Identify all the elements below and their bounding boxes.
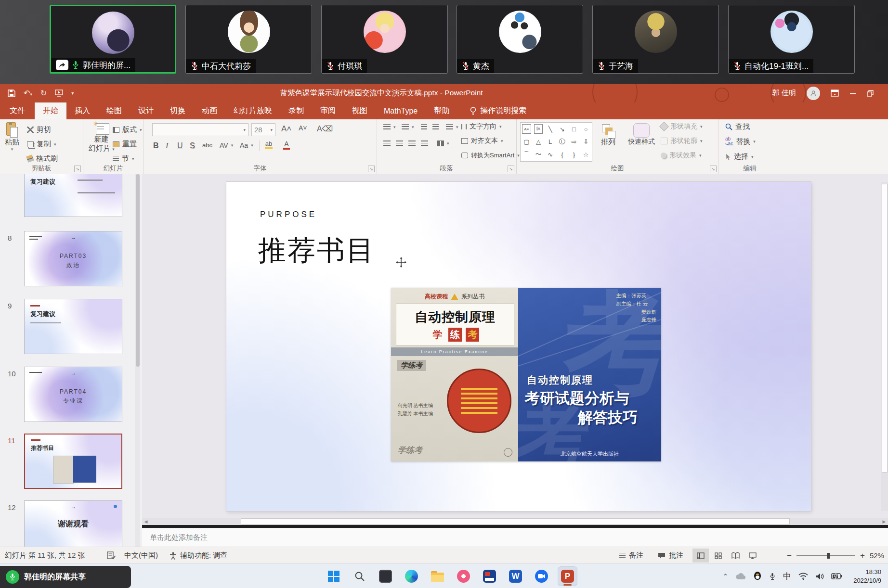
shape-brace-l-icon[interactable]: { [556,148,568,161]
participant-tile[interactable]: 付琪琪 [321,5,448,74]
bold-button[interactable]: B [153,141,159,150]
tab-design[interactable]: 设计 [130,102,162,119]
participant-tile[interactable]: 中石大代莉莎 [185,5,312,74]
volume-icon[interactable] [815,573,824,580]
text-shadow-button[interactable]: S [190,141,195,150]
restore-button[interactable] [867,90,874,97]
shape-curve-icon[interactable]: 〜 [533,148,545,161]
scroll-right-icon[interactable]: ▶ [880,518,888,525]
change-case-button[interactable]: Aa▾ [240,141,253,149]
reset-button[interactable]: 重置 [113,140,137,149]
tray-mic-icon[interactable] [769,572,776,581]
battery-icon[interactable] [831,573,842,579]
slide-thumbnail-8[interactable]: → PART03 政治 [24,231,122,286]
drawing-dialog-launcher[interactable]: ↘ [710,166,717,172]
taskbar-app-pink[interactable] [454,566,473,586]
zoom-slider-thumb[interactable] [827,553,830,559]
slide-thumbnail-7[interactable]: 复习建议 [24,174,122,217]
strikethrough-button[interactable]: abc [202,141,212,149]
tab-view[interactable]: 视图 [344,102,376,119]
taskbar-search-button[interactable] [350,566,369,586]
wifi-icon[interactable] [798,573,808,580]
shape-rounded-rect-icon[interactable]: ▢ [521,136,533,148]
tab-insert[interactable]: 插入 [66,102,98,119]
copy-button[interactable]: 复制▾ [27,140,56,149]
font-name-combo[interactable]: ▾ [152,123,248,136]
tab-slideshow[interactable]: 幻灯片放映 [225,102,280,119]
clear-formatting-button[interactable]: A⌫ [317,124,333,133]
shape-elbow-arrow-icon[interactable]: Ⓛ [556,136,568,148]
align-text-button[interactable]: 对齐文本▾ [461,137,503,145]
shape-elbow-icon[interactable]: L [544,136,556,148]
italic-button[interactable]: I [166,141,168,150]
slide-title-text[interactable]: 推荐书目 [258,232,376,269]
tab-transitions[interactable]: 切换 [162,102,194,119]
tab-home[interactable]: 开始 [35,102,66,119]
character-spacing-button[interactable]: AV▾ [220,141,233,149]
scroll-left-icon[interactable]: ◀ [142,518,150,525]
panel-scrollbar-thumb[interactable] [136,174,140,367]
shape-fill-button[interactable]: 形状填充▾ [661,122,703,131]
clipboard-dialog-launcher[interactable]: ↘ [74,166,81,172]
participant-tile[interactable]: 自动化19-1班刘... [728,5,855,74]
select-button[interactable]: 选择▾ [725,152,754,161]
horizontal-scrollbar[interactable]: ◀ ▶ [142,518,888,525]
slide-thumbnail-10[interactable]: → PART04 专业课 [24,367,122,422]
text-direction-button[interactable]: 文字方向▾ [461,122,502,131]
ime-indicator[interactable]: 中 [783,571,791,582]
tell-me-search[interactable]: 操作说明搜索 [470,102,526,119]
shape-triangle-icon[interactable]: △ [533,136,545,148]
paragraph-dialog-launcher[interactable]: ↘ [508,166,514,172]
highlight-color-button[interactable]: ab [265,141,273,149]
align-left-button[interactable] [383,141,391,146]
zoom-slider[interactable] [797,555,855,556]
shape-star-icon[interactable]: ☆ [580,148,592,161]
tab-help[interactable]: 帮助 [426,102,457,119]
justify-button[interactable] [421,141,428,146]
grow-font-button[interactable]: A˄ [281,124,291,134]
notes-toggle-button[interactable]: 备注 [619,547,643,564]
slideshow-view-button[interactable] [744,549,761,562]
tab-mathtype[interactable]: MathType [376,102,426,119]
find-button[interactable]: 查找 [725,122,750,131]
vertical-scrollbar[interactable] [881,182,888,511]
line-spacing-button[interactable]: ▾ [446,124,458,129]
notes-pane[interactable]: 单击此处添加备注 [142,528,888,547]
shape-arc-icon[interactable]: ⌒ [521,148,533,161]
language-indicator[interactable]: 中文(中国) [124,547,158,564]
paste-button[interactable]: 粘贴 ▾ [5,122,19,152]
quick-styles-button[interactable]: 快速样式 [628,123,655,146]
current-slide-canvas[interactable]: PURPOSE 推荐书目 高校课程 系列丛书 自动控制原理 学 [226,182,811,511]
screen-share-badge[interactable]: 郭佳明的屏幕共享 [0,566,131,588]
comments-toggle-button[interactable]: 批注 [658,547,683,564]
convert-smartart-button[interactable]: 转换为SmartArt▾ [461,151,520,160]
taskbar-meeting-button[interactable] [532,566,551,586]
normal-view-button[interactable] [692,549,709,562]
new-slide-button[interactable]: ✳ 新建 幻灯片 ▾ [89,122,115,153]
slide-counter[interactable]: 幻灯片 第 11 张, 共 12 张 [5,547,85,564]
font-color-button[interactable]: A [283,141,290,150]
participant-tile[interactable]: 黄杰 [457,5,583,74]
slide-thumbnail-12[interactable]: → 谢谢观看 [24,500,122,547]
taskbar-explorer-button[interactable] [428,566,447,586]
tab-record[interactable]: 录制 [280,102,312,119]
account-avatar[interactable] [807,87,820,100]
minimize-button[interactable] [849,90,856,97]
increase-indent-button[interactable] [432,124,439,129]
align-center-button[interactable] [396,141,403,146]
shape-right-arrow-icon[interactable]: ⇨ [568,136,580,148]
shape-vtextbox-icon[interactable]: ⫿A [534,124,543,134]
taskbar-app-dark[interactable] [376,566,395,586]
decrease-indent-button[interactable] [421,124,427,129]
spellcheck-icon[interactable] [107,547,116,564]
shape-oval-icon[interactable]: ○ [580,123,592,135]
shape-brace-r-icon[interactable]: } [568,148,580,161]
taskbar-edge-button[interactable] [402,566,421,586]
zoom-out-button[interactable]: − [787,551,792,561]
tab-file[interactable]: 文件 [0,102,35,119]
tab-animations[interactable]: 动画 [194,102,225,119]
shape-rectangle-icon[interactable]: □ [568,123,580,135]
start-button[interactable] [324,566,343,586]
notes-placeholder[interactable]: 单击此处添加备注 [150,533,208,542]
font-size-combo[interactable]: 28▾ [251,123,275,136]
